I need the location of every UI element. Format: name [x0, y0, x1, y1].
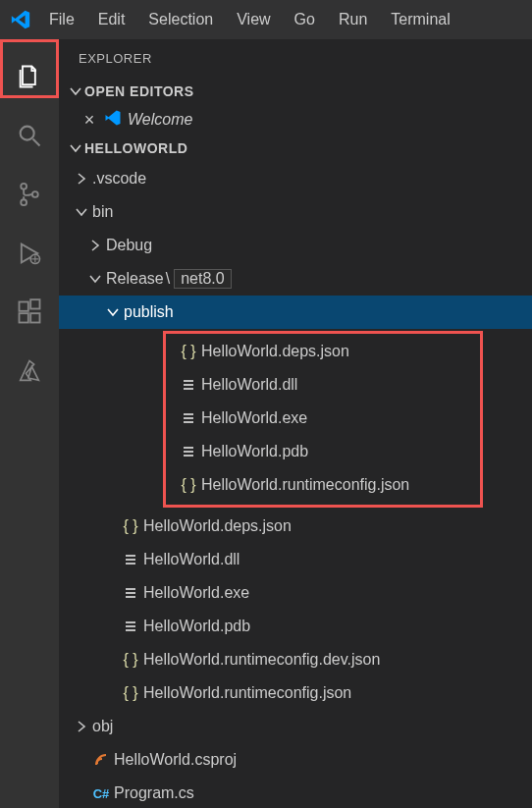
svg-line-1 — [33, 139, 40, 146]
menu-edit[interactable]: Edit — [86, 5, 137, 34]
activity-explorer[interactable] — [0, 47, 59, 106]
file-label: HelloWorld.pdb — [141, 618, 250, 635]
folder-vscode[interactable]: .vscode — [59, 162, 532, 195]
folder-label: publish — [122, 303, 174, 321]
file-label: HelloWorld.dll — [141, 551, 239, 568]
file-label: HelloWorld.dll — [199, 376, 297, 394]
binary-icon — [120, 585, 141, 601]
menu-selection[interactable]: Selection — [136, 5, 225, 34]
file-pdb[interactable]: HelloWorld.pdb — [166, 435, 480, 468]
file-runtimeconfig-json[interactable]: { } HelloWorld.runtimeconfig.json — [166, 468, 480, 502]
menu-file[interactable]: File — [37, 5, 86, 34]
chevron-right-icon — [73, 171, 90, 187]
open-editors-header[interactable]: OPEN EDITORS — [59, 80, 532, 103]
folder-bin[interactable]: bin — [59, 195, 532, 229]
menu-run[interactable]: Run — [327, 5, 379, 34]
file-dll[interactable]: HelloWorld.dll — [166, 368, 480, 402]
svg-rect-9 — [20, 313, 28, 322]
workspace-header[interactable]: HELLOWORLD — [59, 136, 532, 160]
json-icon: { } — [178, 343, 199, 360]
file-deps-json[interactable]: { } HelloWorld.deps.json — [166, 335, 480, 368]
activity-azure[interactable] — [0, 342, 59, 401]
explorer-sidebar: EXPLORER OPEN EDITORS × Welcome HELLOWOR… — [59, 39, 532, 808]
azure-icon — [16, 357, 43, 385]
menu-view[interactable]: View — [225, 5, 282, 34]
open-editor-welcome[interactable]: × Welcome — [59, 103, 532, 136]
json-icon: { } — [120, 684, 141, 702]
path-separator: \ — [164, 270, 172, 288]
chevron-down-icon — [73, 204, 90, 220]
vscode-logo-icon — [4, 9, 37, 30]
file-csproj[interactable]: HelloWorld.csproj — [59, 743, 532, 777]
json-icon: { } — [178, 476, 199, 494]
folder-publish[interactable]: publish — [59, 296, 532, 329]
svg-point-3 — [21, 199, 27, 205]
welcome-label: Welcome — [128, 111, 192, 129]
file-label: HelloWorld.csproj — [112, 751, 237, 769]
file-label: HelloWorld.deps.json — [199, 343, 349, 360]
chevron-down-icon — [67, 83, 84, 99]
file-tree: .vscode bin Debug Release \ net8.0 publi… — [59, 160, 532, 808]
csharp-icon: C# — [90, 786, 112, 801]
svg-point-0 — [21, 127, 34, 140]
file-label: HelloWorld.runtimeconfig.dev.json — [141, 651, 380, 669]
binary-icon — [178, 410, 199, 426]
framework-badge: net8.0 — [174, 269, 231, 289]
chevron-down-icon — [67, 140, 84, 156]
close-icon[interactable]: × — [80, 110, 98, 131]
chevron-right-icon — [73, 719, 90, 734]
file-pdb[interactable]: HelloWorld.pdb — [59, 610, 532, 643]
file-label: HelloWorld.runtimeconfig.json — [141, 684, 351, 702]
binary-icon — [178, 444, 199, 459]
binary-icon — [120, 552, 141, 567]
file-dll[interactable]: HelloWorld.dll — [59, 543, 532, 576]
file-exe[interactable]: HelloWorld.exe — [59, 576, 532, 610]
folder-label: .vscode — [90, 170, 146, 188]
file-label: HelloWorld.exe — [199, 409, 307, 427]
json-icon: { } — [120, 651, 141, 669]
chevron-down-icon — [86, 271, 104, 287]
svg-rect-8 — [20, 302, 28, 311]
menu-go[interactable]: Go — [283, 5, 327, 34]
file-label: HelloWorld.exe — [141, 584, 249, 602]
file-label: HelloWorld.runtimeconfig.json — [199, 476, 409, 494]
folder-label: bin — [90, 203, 113, 221]
folder-debug[interactable]: Debug — [59, 229, 532, 262]
activity-source-control[interactable] — [0, 165, 59, 224]
svg-point-4 — [32, 191, 38, 197]
folder-obj[interactable]: obj — [59, 710, 532, 743]
folder-label: Debug — [104, 237, 152, 254]
menubar: File Edit Selection View Go Run Terminal — [0, 0, 532, 39]
sidebar-title: EXPLORER — [59, 39, 532, 80]
binary-icon — [178, 377, 199, 393]
json-icon: { } — [120, 517, 141, 535]
run-debug-icon — [16, 240, 43, 267]
publish-output-highlight: { } HelloWorld.deps.json HelloWorld.dll … — [163, 331, 483, 508]
menu-terminal[interactable]: Terminal — [379, 5, 461, 34]
file-program-cs[interactable]: C# Program.cs — [59, 777, 532, 808]
file-runtimeconfig-json[interactable]: { } HelloWorld.runtimeconfig.json — [59, 676, 532, 710]
vscode-file-icon — [104, 109, 122, 131]
file-exe[interactable]: HelloWorld.exe — [166, 402, 480, 435]
workarea: EXPLORER OPEN EDITORS × Welcome HELLOWOR… — [0, 39, 532, 808]
activity-extensions[interactable] — [0, 283, 59, 342]
svg-rect-11 — [30, 299, 39, 308]
file-deps-json[interactable]: { } HelloWorld.deps.json — [59, 510, 532, 543]
folder-label: obj — [90, 718, 113, 735]
folder-label: Release — [104, 270, 164, 288]
file-label: HelloWorld.deps.json — [141, 517, 292, 535]
file-runtimeconfig-dev-json[interactable]: { } HelloWorld.runtimeconfig.dev.json — [59, 643, 532, 676]
chevron-right-icon — [86, 238, 104, 253]
extensions-icon — [16, 298, 43, 326]
binary-icon — [120, 619, 141, 634]
svg-point-2 — [21, 184, 27, 189]
file-label: HelloWorld.pdb — [199, 443, 308, 460]
activity-search[interactable] — [0, 106, 59, 165]
explorer-icon — [16, 63, 43, 90]
svg-rect-10 — [30, 313, 39, 322]
chevron-down-icon — [104, 304, 122, 320]
workspace-label: HELLOWORLD — [84, 140, 187, 156]
open-editors-label: OPEN EDITORS — [84, 83, 194, 99]
folder-release[interactable]: Release \ net8.0 — [59, 262, 532, 296]
activity-run-debug[interactable] — [0, 224, 59, 283]
